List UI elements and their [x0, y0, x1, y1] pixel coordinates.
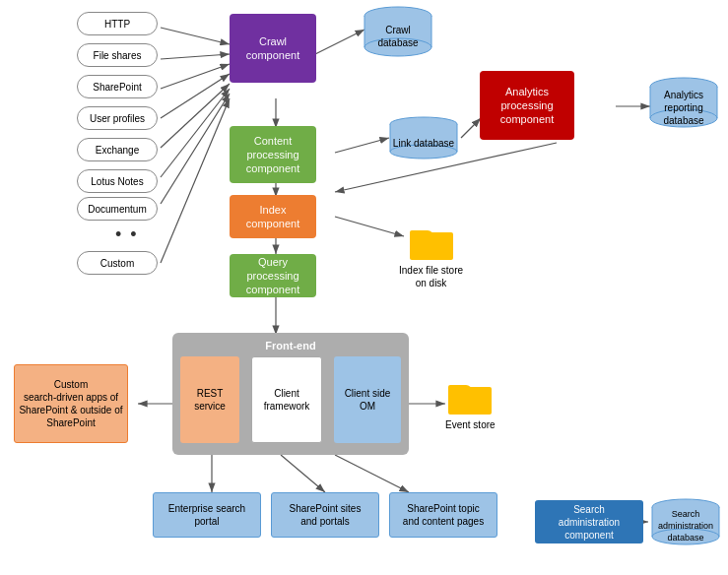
custom-apps: Customsearch-driven apps ofSharePoint & …: [14, 364, 128, 443]
analytics-reporting: Analyticsreportingdatabase: [648, 77, 719, 128]
enterprise-portal: Enterprise searchportal: [153, 492, 261, 538]
search-admin-component: Searchadministrationcomponent: [535, 500, 643, 543]
source-http: HTTP: [77, 12, 158, 35]
source-lotusnotes: Lotus Notes: [77, 169, 158, 193]
sharepoint-topic: SharePoint topicand content pages: [389, 492, 497, 538]
query-processing: Queryprocessingcomponent: [230, 254, 316, 297]
index-file-store: Index file storeon disk: [399, 224, 463, 289]
svg-line-2: [161, 28, 230, 44]
client-side-om: Client sideOM: [334, 356, 401, 443]
svg-line-13: [461, 118, 481, 138]
svg-line-5: [161, 74, 230, 118]
svg-line-7: [161, 89, 230, 177]
svg-line-6: [161, 84, 230, 148]
svg-line-4: [161, 64, 230, 89]
svg-line-12: [335, 138, 389, 153]
svg-line-3: [161, 54, 230, 59]
source-custom: Custom: [77, 251, 158, 275]
analytics-processing: Analyticsprocessingcomponent: [480, 71, 574, 140]
source-exchange: Exchange: [77, 138, 158, 161]
index-component: Indexcomponent: [230, 195, 316, 238]
crawl-component: Crawlcomponent: [230, 14, 316, 83]
svg-line-18: [335, 217, 404, 236]
frontend-container: Front-end RESTservice Clientframework Cl…: [172, 333, 409, 455]
sharepoint-sites: SharePoint sitesand portals: [271, 492, 379, 538]
source-sharepoint: SharePoint: [77, 75, 158, 98]
svg-line-9: [161, 98, 230, 263]
source-userprofiles: User profiles: [77, 106, 158, 130]
search-admin-database: Searchadministrationdatabase: [650, 498, 721, 545]
svg-line-10: [315, 30, 364, 54]
event-store: Event store: [445, 379, 496, 431]
client-framework: Clientframework: [251, 356, 322, 443]
crawl-database: Crawldatabase: [363, 6, 433, 57]
source-fileshares: File shares: [77, 43, 158, 67]
source-documentum: Documentum: [77, 197, 158, 221]
link-database: Link database: [388, 116, 459, 160]
content-processing: Contentprocessingcomponent: [230, 126, 316, 183]
svg-line-23: [281, 455, 325, 492]
diagram: HTTP File shares SharePoint User profile…: [0, 0, 728, 575]
svg-line-24: [335, 455, 409, 492]
rest-service: RESTservice: [180, 356, 239, 443]
svg-line-8: [161, 94, 230, 204]
